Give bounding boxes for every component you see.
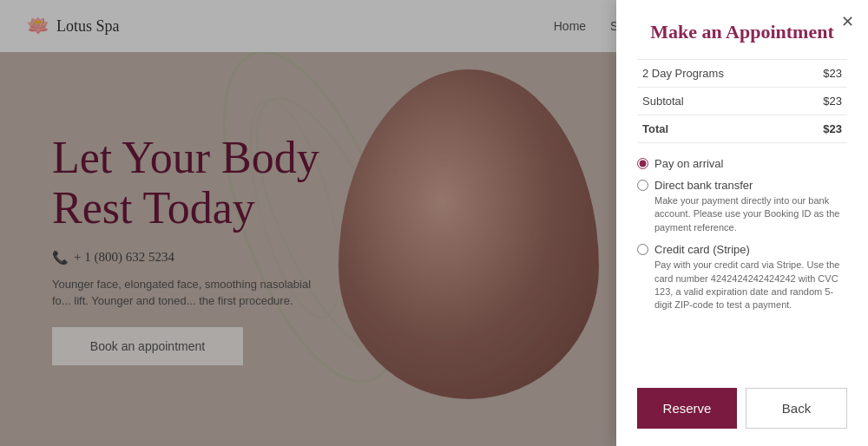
payment-desc-bank_transfer: Make your payment directly into our bank… (637, 194, 847, 234)
reserve-button[interactable]: Reserve (637, 388, 737, 429)
payment-radio-pay_on_arrival[interactable] (637, 158, 648, 169)
order-amount: $23 (797, 60, 847, 88)
payment-option-pay_on_arrival: Pay on arrival (637, 157, 847, 170)
payment-radio-bank_transfer[interactable] (637, 180, 648, 191)
order-amount: $23 (797, 115, 847, 143)
order-row: Total$23 (637, 115, 847, 143)
payment-options: Pay on arrivalDirect bank transferMake y… (637, 157, 847, 312)
action-buttons: Reserve Back (637, 388, 847, 429)
payment-option-label-pay_on_arrival[interactable]: Pay on arrival (637, 157, 847, 170)
payment-option-credit_card: Credit card (Stripe)Pay with your credit… (637, 243, 847, 312)
back-button[interactable]: Back (746, 388, 847, 429)
order-summary-table: 2 Day Programs$23Subtotal$23Total$23 (637, 59, 847, 143)
payment-option-label-bank_transfer[interactable]: Direct bank transfer (637, 179, 847, 192)
appointment-modal: ✕ Make an Appointment 2 Day Programs$23S… (616, 0, 868, 446)
payment-desc-credit_card: Pay with your credit card via Stripe. Us… (637, 259, 847, 312)
payment-radio-credit_card[interactable] (637, 244, 648, 255)
modal-title: Make an Appointment (637, 21, 847, 43)
payment-option-bank_transfer: Direct bank transferMake your payment di… (637, 179, 847, 234)
order-label: Total (637, 115, 797, 143)
order-label: Subtotal (637, 88, 797, 115)
order-row: Subtotal$23 (637, 88, 847, 115)
order-amount: $23 (797, 88, 847, 115)
close-button[interactable]: ✕ (841, 12, 854, 31)
payment-option-label-credit_card[interactable]: Credit card (Stripe) (637, 243, 847, 256)
order-row: 2 Day Programs$23 (637, 60, 847, 88)
order-label: 2 Day Programs (637, 60, 797, 88)
